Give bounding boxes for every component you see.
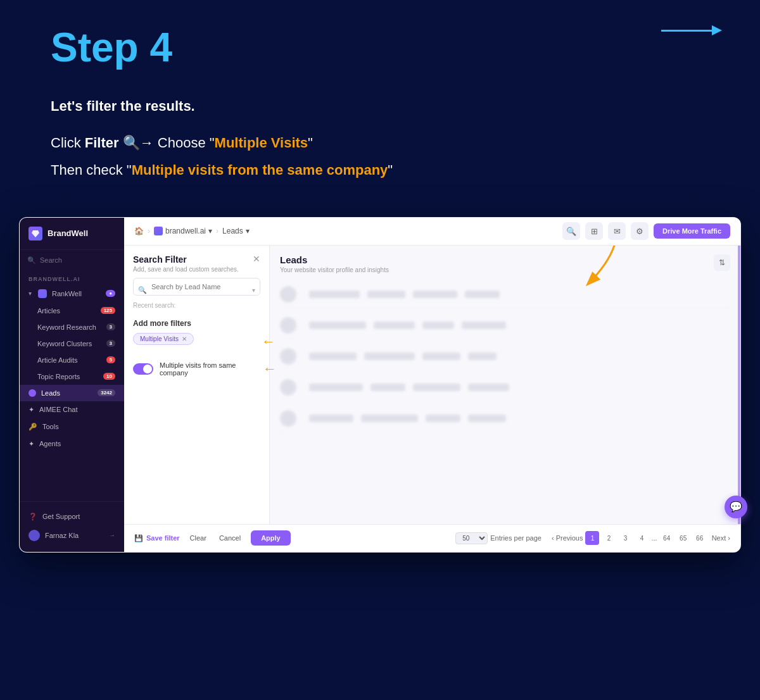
filter-close-btn[interactable]: ✕: [253, 254, 260, 263]
next-btn[interactable]: Next ›: [712, 534, 730, 542]
filter-panel: Search Filter Add, save and load custom …: [124, 246, 270, 524]
sidebar-logo: BrandWell: [20, 218, 124, 250]
instruction-steps: Click Filter 🔍→ Choose "Multiple Visits"…: [51, 130, 709, 183]
filter-tag-multiple-visits[interactable]: Multiple Visits ✕: [133, 333, 194, 345]
sidebar-item-leads[interactable]: Leads 3242: [20, 385, 124, 401]
avatar-cell: [280, 286, 296, 303]
article-audits-badge: 5: [106, 356, 115, 363]
topic-reports-badge: 10: [103, 373, 115, 380]
sidebar-item-articles[interactable]: Articles 125: [20, 303, 124, 319]
avatar-cell: [280, 348, 296, 365]
brand-icon: [154, 227, 163, 235]
search-label: Search: [40, 256, 62, 264]
apply-btn[interactable]: Apply: [251, 530, 291, 546]
sidebar-item-keyword-clusters[interactable]: Keyword Clusters 3: [20, 335, 124, 352]
page-2-btn[interactable]: 2: [602, 531, 616, 545]
instruction-line2: Then check "Multiple visits from the sam…: [51, 158, 709, 183]
line1-prefix: Click: [51, 135, 85, 151]
sort-btn[interactable]: ⇅: [714, 254, 730, 271]
home-icon[interactable]: 🏠: [134, 227, 144, 235]
location-cell: [422, 353, 460, 360]
page-4-btn[interactable]: 4: [635, 531, 649, 545]
sidebar-item-aimee-chat[interactable]: ✦ AIMEE Chat: [20, 401, 124, 418]
page-64-btn[interactable]: 64: [660, 531, 674, 545]
page-3-btn[interactable]: 3: [618, 531, 632, 545]
line1-middle: 🔍→ Choose ": [119, 135, 215, 151]
rankwell-badge: ●: [106, 290, 115, 297]
sidebar-bottom: ❓ Get Support Farnaz Kla →: [20, 501, 124, 552]
sidebar-item-topic-reports[interactable]: Topic Reports 10: [20, 368, 124, 385]
visits-cell: [468, 415, 506, 422]
page-65-btn[interactable]: 65: [676, 531, 690, 545]
leads-header: Leads Your website visitor profile and i…: [280, 254, 730, 273]
leads-title: Leads: [280, 254, 389, 265]
location-cell: [426, 415, 460, 422]
tools-icon: 🔑: [28, 423, 37, 431]
location-cell: [413, 291, 457, 298]
leads-area: Leads Your website visitor profile and i…: [270, 246, 740, 524]
filter-toggle-row: Multiple visits from same company: [124, 356, 269, 382]
nav-brand[interactable]: brandwell.ai ▾: [154, 227, 212, 235]
filter-search-input[interactable]: [133, 278, 260, 296]
line1-highlight: Multiple Visits: [215, 135, 308, 151]
page-1-btn[interactable]: 1: [585, 531, 599, 545]
sidebar-item-agents[interactable]: ✦ Agents: [20, 435, 124, 453]
visits-cell: [468, 384, 509, 391]
name-cell: [309, 353, 357, 360]
agents-icon: ✦: [28, 440, 34, 448]
visits-cell: [465, 291, 500, 298]
search-nav-btn[interactable]: 🔍: [562, 222, 580, 240]
sidebar-item-rankwell[interactable]: ▾ RankWell ●: [20, 285, 124, 303]
page-66-btn[interactable]: 66: [693, 531, 707, 545]
keyword-clusters-badge: 3: [106, 340, 115, 347]
step-title: Step 4: [51, 25, 709, 70]
sidebar-item-tools[interactable]: 🔑 Tools: [20, 418, 124, 435]
line2-highlight: Multiple visits from the same company: [132, 162, 388, 178]
topic-reports-label: Topic Reports: [37, 373, 80, 380]
brand-name: brandwell.ai: [165, 227, 206, 235]
filter-tag-row: Multiple Visits ✕ ←: [124, 333, 269, 351]
articles-label: Articles: [37, 307, 60, 315]
sidebar-item-get-support[interactable]: ❓ Get Support: [20, 508, 124, 525]
grid-nav-btn[interactable]: ⊞: [585, 222, 603, 240]
top-nav: 🏠 › brandwell.ai ▾ › Leads ▾ 🔍 ⊞: [124, 218, 740, 246]
articles-badge: 125: [101, 307, 115, 314]
filter-search-dropdown[interactable]: ▾: [252, 286, 255, 293]
visits-cell: [462, 322, 506, 329]
user-avatar: [28, 530, 40, 541]
entries-select[interactable]: 50 25 100: [455, 532, 488, 544]
logout-icon[interactable]: →: [109, 532, 115, 539]
cancel-btn[interactable]: Cancel: [217, 534, 243, 542]
table-row: [280, 374, 730, 401]
avatar-cell: [280, 379, 296, 396]
arrow-right-decoration: [661, 25, 722, 35]
nav-leads-label: Leads: [222, 227, 243, 235]
save-filter-btn[interactable]: 💾 Save filter: [134, 534, 180, 542]
table-row: [280, 343, 730, 370]
multiple-visits-toggle[interactable]: [133, 363, 153, 375]
visits-cell: [468, 353, 497, 360]
sidebar-item-article-audits[interactable]: Article Audits 5: [20, 352, 124, 368]
company-cell: [367, 291, 405, 298]
main-content: 🏠 › brandwell.ai ▾ › Leads ▾ 🔍 ⊞: [124, 218, 740, 552]
line1-bold: Filter: [85, 135, 119, 151]
brand-chevron: ▾: [208, 227, 212, 235]
settings-nav-btn[interactable]: ⚙: [631, 222, 649, 240]
drive-more-traffic-btn[interactable]: Drive More Traffic: [654, 223, 730, 239]
filter-search-row: 🔍 ▾: [124, 278, 269, 302]
clear-btn[interactable]: Clear: [187, 534, 209, 542]
company-cell: [370, 384, 405, 391]
prev-btn[interactable]: ‹ Previous: [552, 534, 583, 542]
filter-tag-remove[interactable]: ✕: [182, 335, 187, 342]
toggle-label: Multiple visits from same company: [160, 361, 260, 377]
filter-title: Search Filter: [133, 254, 239, 265]
email-nav-btn[interactable]: ✉: [608, 222, 626, 240]
nav-leads[interactable]: Leads ▾: [222, 227, 250, 235]
sidebar-item-keyword-research[interactable]: Keyword Research 3: [20, 319, 124, 335]
avatar-cell: [280, 410, 296, 427]
leads-badge: 3242: [98, 389, 115, 396]
sidebar-search[interactable]: 🔍 Search: [20, 250, 124, 271]
name-cell: [309, 291, 360, 298]
keyword-research-label: Keyword Research: [37, 323, 96, 331]
sidebar-item-user[interactable]: Farnaz Kla →: [20, 525, 124, 546]
